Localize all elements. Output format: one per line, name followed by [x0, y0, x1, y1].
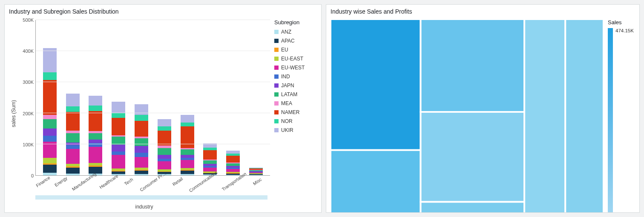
bar-segment[interactable]: [135, 174, 148, 175]
bar-segment[interactable]: [112, 145, 125, 151]
bar-segment[interactable]: [66, 174, 80, 175]
bar-segment[interactable]: [89, 147, 102, 163]
bar-segment[interactable]: [135, 157, 148, 168]
bar-stack[interactable]: [249, 168, 263, 175]
legend-item[interactable]: MEA: [274, 100, 317, 106]
legend-item[interactable]: EU: [274, 47, 317, 53]
bar-segment[interactable]: [226, 156, 240, 163]
bar-stack[interactable]: [181, 115, 194, 175]
bar-segment[interactable]: [89, 111, 102, 131]
treemap-cell[interactable]: [421, 19, 525, 112]
legend-item[interactable]: NOR: [274, 118, 317, 124]
bar-segment[interactable]: [181, 160, 194, 168]
bar-segment[interactable]: [66, 168, 80, 174]
bar-segment[interactable]: [66, 112, 80, 131]
treemap-cell[interactable]: [421, 202, 525, 213]
bar-segment[interactable]: [112, 113, 125, 117]
bar-segment[interactable]: [112, 102, 125, 113]
bar-segment[interactable]: [66, 106, 80, 112]
legend-item[interactable]: IND: [274, 74, 317, 80]
bar-segment[interactable]: [66, 133, 80, 143]
legend-item[interactable]: EU-EAST: [274, 56, 317, 62]
bar-segment[interactable]: [43, 115, 57, 119]
bar-segment[interactable]: [158, 119, 171, 127]
bar-segment[interactable]: [43, 165, 57, 173]
bar-segment[interactable]: [112, 155, 125, 168]
bar-segment[interactable]: [181, 149, 194, 155]
x-scrollbar-thumb[interactable]: [35, 195, 267, 200]
bar-segment[interactable]: [89, 106, 102, 111]
bar-segment[interactable]: [181, 155, 194, 158]
bar-column[interactable]: [153, 119, 176, 175]
bar-stack[interactable]: [89, 96, 102, 175]
bar-column[interactable]: [199, 143, 222, 176]
bar-segment[interactable]: [181, 126, 194, 148]
bar-stack[interactable]: [135, 104, 148, 175]
bar-segment[interactable]: [135, 171, 148, 174]
bar-segment[interactable]: [135, 146, 148, 153]
bar-segment[interactable]: [66, 94, 80, 106]
bar-segment[interactable]: [66, 145, 80, 149]
legend-item[interactable]: APAC: [274, 38, 317, 44]
bar-segment[interactable]: [203, 150, 217, 160]
bar-segment[interactable]: [89, 167, 102, 174]
bar-segment[interactable]: [158, 131, 171, 146]
bar-chart-card: Industry and Subregion Sales Distributio…: [4, 4, 322, 213]
treemap-svg[interactable]: [331, 19, 604, 213]
bar-segment[interactable]: [89, 96, 102, 106]
bar-segment[interactable]: [135, 153, 148, 157]
bar-segment[interactable]: [135, 104, 148, 115]
bar-segment[interactable]: [112, 151, 125, 155]
bar-segment[interactable]: [181, 115, 194, 123]
bar-segment[interactable]: [135, 138, 148, 146]
bar-stack[interactable]: [158, 119, 171, 175]
bar-stack[interactable]: [66, 94, 80, 175]
treemap[interactable]: Group By: industry Size: profit (Sum) Co…: [331, 19, 604, 213]
bar-segment[interactable]: [203, 160, 217, 164]
bar-segment[interactable]: [43, 158, 57, 163]
bar-segment[interactable]: [112, 118, 125, 135]
legend-item[interactable]: ANZ: [274, 29, 317, 35]
x-scrollbar[interactable]: [35, 195, 267, 200]
bar-segment[interactable]: [89, 140, 102, 143]
bar-stack[interactable]: [226, 151, 240, 175]
bar-stack[interactable]: [43, 48, 57, 175]
bar-column[interactable]: [61, 94, 84, 175]
legend-item[interactable]: EU-WEST: [274, 65, 317, 71]
bar-column[interactable]: [84, 96, 107, 175]
bar-segment[interactable]: [135, 115, 148, 121]
bar-segment[interactable]: [43, 80, 57, 115]
bar-column[interactable]: [221, 151, 244, 175]
bar-column[interactable]: [176, 115, 199, 175]
bar-plot[interactable]: 0100K200K300K400K500K: [18, 17, 270, 176]
bar-segment[interactable]: [89, 133, 102, 140]
bar-segment[interactable]: [43, 173, 57, 175]
bar-segment[interactable]: [158, 148, 171, 155]
bar-segment[interactable]: [226, 151, 240, 154]
bar-column[interactable]: [244, 168, 267, 175]
legend-item[interactable]: UKIR: [274, 127, 317, 133]
legend-item[interactable]: NAMER: [274, 109, 317, 115]
bar-segment[interactable]: [158, 161, 171, 169]
bar-segment[interactable]: [158, 126, 171, 130]
bar-segment[interactable]: [43, 72, 57, 80]
legend-item[interactable]: LATAM: [274, 91, 317, 97]
bar-segment[interactable]: [226, 169, 240, 172]
bar-column[interactable]: [130, 104, 153, 175]
bar-column[interactable]: [38, 48, 61, 175]
treemap-cell[interactable]: [565, 19, 604, 213]
bar-segment[interactable]: [43, 136, 57, 142]
treemap-cell[interactable]: [524, 19, 565, 213]
bar-segment[interactable]: [158, 155, 171, 159]
bar-segment[interactable]: [181, 123, 194, 126]
bar-segment[interactable]: [43, 119, 57, 128]
bar-segment[interactable]: [43, 128, 57, 136]
bar-segment[interactable]: [181, 171, 194, 174]
treemap-cell[interactable]: [331, 19, 421, 150]
bar-segment[interactable]: [66, 149, 80, 164]
legend-item[interactable]: JAPN: [274, 83, 317, 89]
bar-segment[interactable]: [43, 48, 57, 72]
treemap-cell[interactable]: [331, 150, 421, 213]
treemap-cell[interactable]: [421, 112, 525, 202]
bar-segment[interactable]: [135, 121, 148, 137]
